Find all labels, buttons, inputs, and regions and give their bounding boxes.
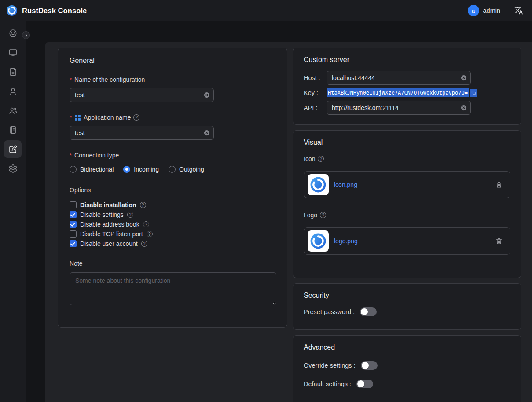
visual-card: Visual Icon icon.png Logo bbox=[293, 130, 521, 278]
connection-type-radio-group: Bidirectional Incoming Outgoing bbox=[70, 166, 275, 173]
help-icon[interactable] bbox=[127, 212, 133, 218]
default-settings-toggle[interactable] bbox=[356, 380, 373, 388]
icon-preview bbox=[308, 174, 329, 195]
main-panel: General Name of the configuration Applic… bbox=[45, 42, 532, 402]
clear-input-icon[interactable] bbox=[461, 105, 467, 111]
preset-password-label: Preset password : bbox=[304, 308, 355, 315]
checkbox-disable-tcp-listen-port[interactable]: Disable TCP listen port bbox=[70, 229, 275, 239]
default-settings-label: Default settings : bbox=[304, 380, 351, 387]
custom-server-card: Custom server Host : Key : HtaXBkJNHyn0e… bbox=[293, 48, 521, 125]
api-input[interactable] bbox=[327, 101, 471, 115]
audit-log-icon bbox=[8, 125, 18, 135]
help-icon[interactable] bbox=[133, 114, 139, 121]
radio-incoming[interactable]: Incoming bbox=[123, 166, 159, 173]
sidebar-item-groups[interactable] bbox=[4, 102, 22, 119]
checkbox-box bbox=[70, 211, 77, 218]
file-text-icon bbox=[8, 67, 18, 77]
sidebar-collapse-button[interactable] bbox=[22, 31, 30, 39]
radio-dot bbox=[70, 166, 77, 173]
checkbox-disable-installation[interactable]: Disable installation bbox=[70, 200, 275, 210]
config-name-input[interactable] bbox=[70, 88, 214, 102]
radio-outgoing[interactable]: Outgoing bbox=[169, 166, 204, 173]
key-value: HtaXBkJNHyn0e1U1jWXze7A7CN7QTGWqxkOtpaVp… bbox=[327, 88, 469, 97]
monitor-icon bbox=[8, 48, 18, 57]
host-input[interactable] bbox=[327, 71, 471, 85]
logo-label: Logo bbox=[304, 212, 510, 219]
checkbox-disable-address-book[interactable]: Disable address book bbox=[70, 219, 275, 229]
help-icon[interactable] bbox=[147, 231, 153, 237]
general-card-title: General bbox=[70, 57, 275, 65]
copy-icon[interactable] bbox=[470, 89, 477, 97]
help-icon[interactable] bbox=[318, 156, 324, 162]
api-label: API : bbox=[304, 104, 327, 111]
required-asterisk bbox=[70, 76, 72, 83]
sidebar-item-custom-client[interactable] bbox=[4, 140, 22, 158]
note-textarea[interactable] bbox=[70, 272, 276, 305]
header-brand: RustDesk Console bbox=[6, 5, 87, 16]
application-name-input[interactable] bbox=[70, 126, 214, 140]
required-asterisk bbox=[70, 114, 72, 121]
chevron-right-icon bbox=[24, 33, 29, 38]
smiley-icon bbox=[8, 29, 18, 38]
sidebar-item-devices[interactable] bbox=[4, 44, 22, 61]
header-actions: a admin bbox=[468, 5, 524, 16]
security-title: Security bbox=[304, 292, 510, 300]
logo-preview bbox=[308, 230, 329, 252]
translate-language-icon[interactable] bbox=[514, 6, 523, 15]
sidebar-item-audit[interactable] bbox=[4, 121, 22, 139]
override-settings-toggle[interactable] bbox=[361, 361, 378, 370]
radio-dot bbox=[123, 166, 130, 173]
right-column: Custom server Host : Key : HtaXBkJNHyn0e… bbox=[293, 48, 521, 402]
checkbox-box bbox=[70, 240, 77, 247]
icon-upload-box: icon.png bbox=[304, 171, 510, 198]
general-card: General Name of the configuration Applic… bbox=[58, 48, 287, 328]
delete-icon[interactable] bbox=[495, 237, 503, 245]
checkbox-disable-settings[interactable]: Disable settings bbox=[70, 210, 275, 219]
checkbox-disable-user-account[interactable]: Disable user account bbox=[70, 239, 275, 249]
preset-password-toggle[interactable] bbox=[360, 307, 377, 316]
clear-input-icon[interactable] bbox=[204, 130, 210, 136]
edit-square-icon bbox=[8, 145, 18, 154]
sidebar bbox=[0, 21, 26, 402]
rustdesk-logo-icon bbox=[6, 5, 18, 16]
logo-upload-box: logo.png bbox=[304, 227, 510, 255]
windows-logo-icon bbox=[74, 114, 81, 121]
help-icon[interactable] bbox=[140, 202, 146, 208]
settings-gear-icon bbox=[8, 164, 18, 173]
note-label: Note bbox=[70, 260, 275, 267]
checkbox-box bbox=[70, 230, 77, 238]
clear-input-icon[interactable] bbox=[204, 92, 210, 98]
clear-input-icon[interactable] bbox=[461, 75, 467, 81]
help-icon[interactable] bbox=[141, 241, 147, 247]
visual-title: Visual bbox=[304, 139, 510, 146]
sidebar-item-dashboard[interactable] bbox=[4, 24, 22, 42]
application-name-label: Application name bbox=[70, 114, 275, 121]
logo-file-link[interactable]: logo.png bbox=[334, 238, 358, 245]
checkbox-box bbox=[70, 221, 77, 228]
username[interactable]: admin bbox=[483, 7, 501, 14]
sidebar-item-license[interactable] bbox=[4, 63, 22, 80]
delete-icon[interactable] bbox=[495, 181, 503, 189]
user-avatar[interactable]: a bbox=[468, 5, 479, 16]
radio-dot bbox=[169, 166, 176, 173]
key-label: Key : bbox=[304, 89, 327, 96]
checkbox-box bbox=[70, 201, 77, 208]
required-asterisk bbox=[70, 152, 72, 159]
icon-label: Icon bbox=[304, 155, 510, 162]
advanced-card: Advanced Override settings : Default set… bbox=[293, 335, 521, 402]
key-field[interactable]: HtaXBkJNHyn0e1U1jWXze7A7CN7QTGWqxkOtpaVp… bbox=[327, 88, 478, 98]
sidebar-item-settings[interactable] bbox=[4, 160, 22, 177]
config-name-label: Name of the configuration bbox=[70, 76, 275, 83]
icon-file-link[interactable]: icon.png bbox=[334, 181, 357, 188]
help-icon[interactable] bbox=[143, 221, 149, 227]
host-label: Host : bbox=[304, 74, 327, 81]
custom-server-title: Custom server bbox=[304, 56, 510, 64]
override-settings-label: Override settings : bbox=[304, 362, 356, 369]
help-icon[interactable] bbox=[320, 212, 326, 218]
security-card: Security Preset password : bbox=[293, 283, 521, 330]
options-label: Options bbox=[70, 186, 275, 194]
advanced-title: Advanced bbox=[304, 344, 510, 351]
groups-icon bbox=[8, 106, 18, 115]
radio-bidirectional[interactable]: Bidirectional bbox=[70, 166, 114, 173]
sidebar-item-users[interactable] bbox=[4, 82, 22, 100]
